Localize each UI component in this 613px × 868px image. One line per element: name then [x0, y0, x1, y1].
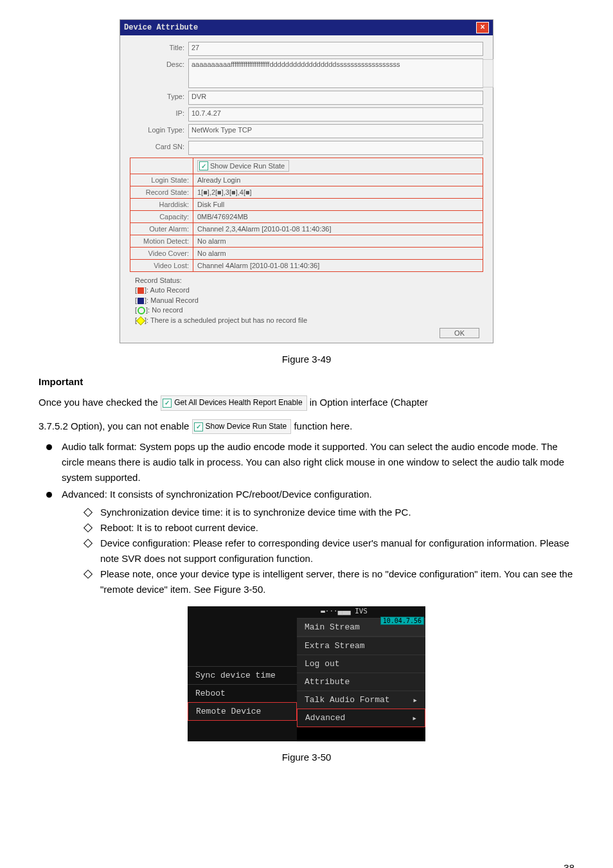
title-label: Title:: [130, 42, 188, 51]
sub-intelligent-server: Please note, once your device type is in…: [82, 566, 574, 597]
lost-value: Channel 4Alarm [2010-01-08 11:40:36]: [193, 260, 483, 271]
menu-log-out[interactable]: Log out: [297, 655, 425, 673]
device-attribute-dialog: Device Attribute × Title:27 Desc:aaaaaaa…: [120, 19, 493, 343]
harddisk-value: Disk Full: [193, 199, 483, 210]
card-sn-label: Card SN:: [130, 141, 188, 150]
bullet-advanced: Advanced: It consists of synchronization…: [44, 487, 574, 597]
card-sn-field[interactable]: [188, 141, 483, 155]
cover-value: No alarm: [193, 248, 483, 259]
login-state-value: Already Login: [193, 174, 483, 186]
login-state-label: Login State:: [130, 174, 193, 186]
run-state-table: ✓Show Device Run State Login State:Alrea…: [130, 158, 483, 272]
menu-talk-audio[interactable]: Talk Audio Format: [297, 691, 425, 709]
figure-caption-350: Figure 3-50: [39, 752, 574, 763]
record-status-legend: Record Status: []: Auto Record []: Manua…: [130, 272, 483, 325]
login-type-label: Login Type:: [130, 124, 188, 134]
page-number: 38: [564, 862, 574, 868]
bullet-audio-talk: Audio talk format: System pops up the au…: [44, 439, 574, 485]
ip-label: IP:: [130, 107, 188, 117]
menu-extra-stream[interactable]: Extra Stream: [297, 637, 425, 655]
sub-reboot: Reboot: It is to reboot current device.: [82, 520, 574, 536]
motion-label: Motion Detect:: [130, 235, 193, 247]
harddisk-label: Harddisk:: [130, 199, 193, 210]
lost-label: Video Lost:: [130, 260, 193, 271]
type-label: Type:: [130, 91, 188, 100]
record-state-value: 1[■],2[■],3[■],4[■]: [193, 186, 483, 198]
menu-sync-time[interactable]: Sync device time: [188, 666, 297, 684]
ip-field[interactable]: 10.7.4.27: [188, 107, 483, 122]
cover-label: Video Cover:: [130, 248, 193, 259]
important-heading: Important: [39, 376, 574, 387]
login-type-field[interactable]: NetWork Type TCP: [188, 124, 483, 138]
menu-reboot[interactable]: Reboot: [188, 684, 297, 702]
motion-value: No alarm: [193, 235, 483, 247]
menu-attribute[interactable]: Attribute: [297, 673, 425, 691]
type-field[interactable]: DVR: [188, 91, 483, 105]
capacity-value: 0MB/476924MB: [193, 211, 483, 222]
sub-sync: Synchronization device time: it is to sy…: [82, 505, 574, 520]
paragraph-2: 3.7.5.2 Option), you can not enable ✓Sho…: [39, 419, 574, 435]
desc-field[interactable]: aaaaaaaaaafffffffffffffffffffffddddddddd…: [188, 59, 483, 88]
menu-advanced[interactable]: Advanced: [297, 709, 425, 727]
show-run-state-chip: ✓Show Device Run State: [192, 419, 292, 434]
ok-button[interactable]: OK: [440, 328, 479, 338]
record-state-label: Record State:: [130, 186, 193, 198]
title-field[interactable]: 27: [188, 42, 483, 56]
corner-badge: 10.04.7.56: [380, 617, 424, 625]
diamond-yellow-icon: [136, 316, 145, 325]
show-run-state-checkbox[interactable]: ✓Show Device Run State: [197, 160, 289, 172]
close-icon[interactable]: ×: [476, 22, 489, 33]
health-report-checkbox-chip: ✓Get All Devices Health Report Enable: [161, 395, 306, 410]
triangle-blue-icon: [138, 298, 144, 304]
outer-alarm-value: Channel 2,3,4Alarm [2010-01-08 11:40:36]: [193, 223, 483, 235]
paragraph-1: Once you have checked the ✓Get All Devic…: [39, 395, 574, 411]
square-red-icon: [138, 287, 144, 294]
figure-caption-349: Figure 3-49: [39, 354, 574, 365]
outer-alarm-label: Outer Alarm:: [130, 223, 193, 235]
sub-device-config: Device configuration: Please refer to co…: [82, 536, 574, 566]
ivs-label: ▬···▄▄▄ IVS: [321, 607, 368, 615]
desc-label: Desc:: [130, 59, 188, 68]
dialog-title: Device Attribute: [124, 23, 198, 32]
circle-green-icon: [138, 307, 145, 314]
capacity-label: Capacity:: [130, 211, 193, 222]
context-menu-screenshot: ▬···▄▄▄ IVS 10.04.7.56 Sync device time …: [188, 606, 425, 741]
menu-remote-device[interactable]: Remote Device: [188, 702, 297, 721]
